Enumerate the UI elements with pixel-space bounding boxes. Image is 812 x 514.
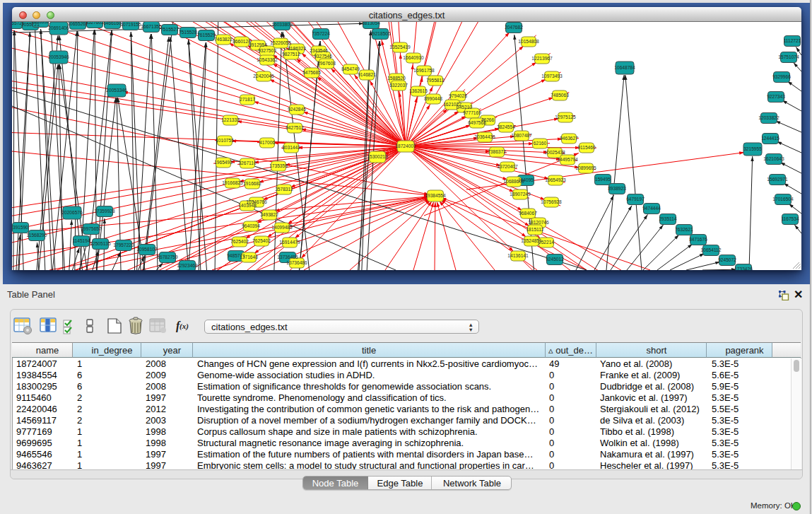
svg-text:9684067: 9684067 [519,211,537,216]
svg-text:16033809: 16033809 [271,22,293,27]
svg-text:18120746: 18120746 [528,220,549,225]
svg-text:6322037: 6322037 [389,83,408,88]
svg-text:2047682: 2047682 [505,25,523,30]
svg-text:10899695: 10899695 [575,165,596,170]
svg-text:6466160: 6466160 [103,22,122,25]
svg-text:7515528: 7515528 [179,30,197,35]
svg-text:1965493: 1965493 [214,160,233,165]
svg-text:10688609: 10688609 [503,179,524,184]
svg-text:1221333: 1221333 [221,117,240,122]
svg-text:9474444: 9474444 [642,206,661,211]
svg-text:19654923: 19654923 [545,177,566,182]
svg-text:16782759: 16782759 [157,255,178,259]
svg-text:14136141: 14136141 [507,253,529,258]
svg-text:(x): (x) [180,322,189,331]
svg-text:62160: 62160 [534,141,547,146]
svg-text:10756928: 10756928 [541,199,562,204]
svg-text:2967608: 2967608 [317,61,336,66]
svg-text:1145194: 1145194 [72,238,90,243]
svg-text:13736486: 13736486 [286,260,307,265]
svg-text:7386372: 7386372 [488,149,506,154]
svg-text:1362615: 1362615 [409,88,428,93]
svg-text:15226058: 15226058 [270,40,291,45]
svg-text:1733426: 1733426 [734,267,753,270]
svg-text:3493822: 3493822 [260,212,278,217]
svg-text:417006: 417006 [259,140,275,145]
svg-text:9115460: 9115460 [577,145,596,150]
svg-text:7625402: 7625402 [230,239,249,244]
svg-text:9245072: 9245072 [718,257,736,262]
svg-text:10973493: 10973493 [541,74,563,78]
svg-text:10648784: 10648784 [614,65,635,70]
svg-text:9245012: 9245012 [546,257,564,262]
svg-text:3578312: 3578312 [275,187,293,192]
svg-text:9463627: 9463627 [560,136,578,141]
svg-text:271817: 271817 [240,97,255,102]
svg-text:9146821: 9146821 [358,72,376,77]
svg-text:7485063: 7485063 [551,93,569,98]
svg-text:9327503: 9327503 [258,48,276,53]
svg-text:9827512: 9827512 [282,52,300,57]
svg-text:13736485: 13736485 [277,255,298,259]
svg-text:20691406: 20691406 [48,25,69,30]
svg-text:9794028: 9794028 [449,93,467,98]
svg-text:1605532: 1605532 [31,22,49,24]
svg-text:8938923: 8938923 [608,186,626,191]
svg-text:7632621: 7632621 [675,227,693,232]
svg-text:7515527: 7515527 [160,27,179,32]
svg-text:2935114: 2935114 [659,216,677,221]
svg-text:15692971: 15692971 [767,177,788,182]
svg-text:8912954: 8912954 [249,42,267,47]
svg-text:252214: 252214 [539,240,554,245]
svg-text:20206576: 20206576 [61,210,83,215]
svg-text:10958107: 10958107 [136,247,158,252]
svg-text:10719155: 10719155 [120,22,141,27]
svg-text:16671355: 16671355 [141,24,162,29]
svg-text:1735359: 1735359 [269,163,288,168]
svg-text:7955812: 7955812 [426,78,445,83]
svg-text:1588520: 1588520 [387,76,406,81]
svg-text:8031442: 8031442 [282,145,300,150]
svg-text:7615529: 7615529 [197,33,216,37]
svg-text:9777169: 9777169 [463,110,481,115]
svg-text:22420046: 22420046 [253,74,274,78]
svg-text:19218506: 19218506 [370,31,391,36]
svg-text:10543362: 10543362 [257,57,278,62]
svg-text:20364436: 20364436 [474,134,495,139]
svg-text:7463822: 7463822 [214,37,233,42]
svg-text:11568290: 11568290 [27,233,47,238]
svg-text:19384554: 19384554 [425,193,446,198]
svg-text:3215955: 3215955 [743,146,762,151]
svg-text:17359928: 17359928 [94,209,115,214]
svg-text:14099485: 14099485 [271,225,293,230]
svg-text:1010755: 1010755 [216,138,234,143]
svg-text:16914479: 16914479 [279,240,300,245]
svg-text:8454749: 8454749 [341,66,360,71]
svg-text:20053346: 20053346 [106,88,127,93]
svg-text:1815112: 1815112 [526,227,544,232]
svg-text:159495: 159495 [595,177,611,182]
svg-text:15751074: 15751074 [778,54,799,59]
svg-text:19975657: 19975657 [81,226,102,231]
svg-text:1403948: 1403948 [238,203,257,208]
svg-text:16210643: 16210643 [763,156,784,161]
svg-text:1167534: 1167534 [781,216,799,221]
svg-text:8813054: 8813054 [362,22,380,25]
svg-text:3267110: 3267110 [238,160,257,165]
svg-text:9327546: 9327546 [314,54,332,59]
svg-text:12923468: 12923468 [177,263,198,268]
svg-text:2343546: 2343546 [310,48,328,53]
svg-text:10154808: 10154808 [518,39,539,44]
svg-text:12213967: 12213967 [531,56,553,61]
svg-text:9242845: 9242845 [288,107,306,112]
svg-text:1112721: 1112721 [784,38,801,43]
svg-text:18907249: 18907249 [510,192,531,197]
svg-text:13525419: 13525419 [389,45,411,49]
svg-text:1371648: 1371648 [240,255,258,259]
svg-text:13720407: 13720407 [497,164,518,169]
svg-text:16640910: 16640910 [403,55,424,60]
svg-text:1244415: 1244415 [761,136,779,141]
svg-text:9427512: 9427512 [286,125,304,130]
svg-text:18724007: 18724007 [395,144,416,148]
svg-text:12033822: 12033822 [758,115,779,120]
